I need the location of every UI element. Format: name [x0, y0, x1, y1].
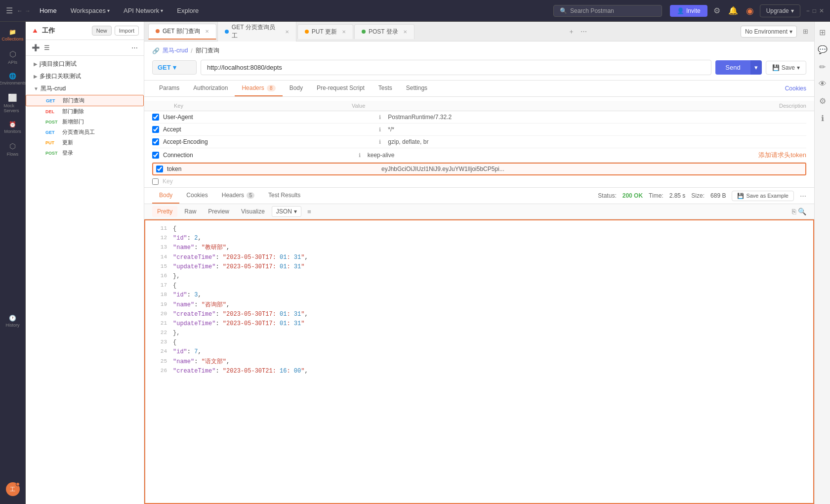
search-response-button[interactable]: 🔍	[798, 208, 806, 215]
req-tab-settings[interactable]: Settings	[399, 81, 434, 96]
new-header-checkbox[interactable]	[152, 178, 159, 185]
workspaces-nav[interactable]: Workspaces ▾	[66, 5, 115, 16]
api-network-nav[interactable]: API Network ▾	[119, 5, 168, 16]
req-tab-body[interactable]: Body	[283, 81, 310, 96]
sidebar-item-environments[interactable]: 🌐 Environments	[2, 70, 24, 88]
right-sidebar-edit-icon[interactable]: ✏	[817, 60, 828, 74]
new-tab-button[interactable]: ＋	[566, 25, 577, 38]
import-button[interactable]: Import	[115, 26, 139, 36]
req-tab-authorization[interactable]: Authorization	[186, 81, 235, 96]
header-checkbox-token[interactable]	[156, 166, 163, 172]
env-settings-icon[interactable]: ⊞	[801, 26, 810, 37]
body-tab-pretty[interactable]: Pretty	[152, 206, 177, 217]
body-tab-raw[interactable]: Raw	[179, 206, 201, 217]
nav-back-icon[interactable]: ←	[17, 7, 23, 14]
save-button[interactable]: 💾 Save ▾	[766, 61, 806, 75]
sub-item-post-adddept[interactable]: POST 新增部门	[26, 117, 144, 127]
copy-response-button[interactable]: ⎘	[792, 208, 796, 215]
nav-forward-icon[interactable]: →	[25, 7, 31, 14]
col-value: Value	[352, 103, 652, 109]
header-value-1: PostmanRuntime/7.32.2	[388, 114, 806, 121]
sub-item-get-deptquery[interactable]: GET 部门查询	[26, 95, 144, 106]
cookies-link[interactable]: Cookies	[785, 81, 806, 96]
save-example-button[interactable]: 💾 Save as Example	[732, 191, 794, 201]
breadcrumb: 🔗 黑马-crud / 部门查询	[152, 46, 806, 55]
sidebar-item-collections[interactable]: 📁 Collections	[2, 26, 24, 44]
req-tab-tests[interactable]: Tests	[372, 81, 399, 96]
tab-close-3[interactable]: ✕	[342, 29, 346, 35]
wrap-lines-icon[interactable]: ≡	[307, 208, 311, 215]
invite-button[interactable]: 👤 Invite	[670, 5, 707, 17]
hamburger-icon[interactable]: ☰	[6, 6, 13, 15]
history-icon: 🕐	[9, 315, 16, 322]
header-checkbox-2[interactable]	[152, 126, 159, 133]
response-more-button[interactable]: ⋯	[800, 192, 806, 200]
tab-close-2[interactable]: ✕	[285, 29, 289, 35]
send-dropdown-button[interactable]: ▾	[750, 60, 762, 75]
settings-icon[interactable]: ⚙	[711, 4, 722, 17]
apis-icon: ⬡	[9, 49, 16, 59]
collection-item-3[interactable]: ▼ 黑马-crud	[26, 83, 144, 95]
req-tab-prerequest[interactable]: Pre-request Script	[310, 81, 372, 96]
sidebar-item-monitors[interactable]: ⏰ Monitors	[2, 118, 24, 137]
req-tabs: Params Authorization Headers 8 Body Pre-…	[144, 81, 814, 97]
sub-item-get-pagequery[interactable]: GET 分页查询员工	[26, 127, 144, 137]
sub-item-put-update[interactable]: PUT 更新	[26, 137, 144, 148]
sidebar-item-mock-servers[interactable]: ⬜ Mock Servers	[2, 90, 24, 116]
sidebar-item-history[interactable]: 🕐 History	[2, 312, 24, 331]
body-tab-preview[interactable]: Preview	[203, 206, 234, 217]
tab-post-login[interactable]: POST 登录 ✕	[354, 24, 415, 39]
new-button[interactable]: New	[92, 26, 112, 36]
resp-tab-cookies[interactable]: Cookies	[179, 188, 214, 204]
req-tab-headers[interactable]: Headers 8	[235, 81, 282, 96]
filter-icon[interactable]: ☰	[43, 43, 51, 52]
format-select[interactable]: JSON ▾	[272, 206, 301, 217]
header-checkbox-4[interactable]	[152, 152, 159, 159]
explore-nav[interactable]: Explore	[172, 5, 204, 16]
method-select[interactable]: GET ▾	[152, 60, 197, 75]
add-collection-button[interactable]: ➕	[31, 43, 41, 52]
header-checkbox-1[interactable]	[152, 114, 159, 121]
right-sidebar-info-icon[interactable]: ℹ	[819, 112, 826, 125]
send-button[interactable]: Send	[715, 60, 750, 75]
maximize-icon[interactable]: □	[813, 7, 816, 14]
tab-put-update[interactable]: PUT 更新 ✕	[297, 24, 353, 39]
upgrade-button[interactable]: Upgrade ▾	[760, 4, 800, 17]
close-icon[interactable]: ✕	[819, 7, 824, 14]
resp-tab-body[interactable]: Body	[152, 188, 179, 204]
new-header-key-placeholder[interactable]: Key	[163, 178, 806, 185]
right-sidebar-settings-icon[interactable]: ⚙	[817, 94, 828, 108]
search-bar[interactable]: 🔍 Search Postman	[553, 5, 662, 17]
breadcrumb-collection[interactable]: 黑马-crud	[163, 46, 188, 55]
minimize-icon[interactable]: −	[806, 7, 810, 14]
tab-get-deptquery[interactable]: GET 部门查询 ✕	[148, 24, 216, 40]
req-tab-params[interactable]: Params	[152, 81, 186, 96]
sub-item-del-deptdelete[interactable]: DEL 部门删除	[26, 106, 144, 117]
save-label: Save	[782, 64, 795, 71]
right-sidebar-save-icon[interactable]: ⊞	[817, 26, 828, 39]
home-nav[interactable]: Home	[35, 5, 62, 16]
sub-item-post-login[interactable]: POST 登录	[26, 148, 144, 158]
tab-close-1[interactable]: ✕	[205, 29, 209, 34]
bell-icon[interactable]: 🔔	[726, 4, 740, 17]
body-tab-visualize[interactable]: Visualize	[236, 206, 270, 217]
avatar-icon[interactable]: ◉	[744, 3, 756, 18]
resp-tab-headers[interactable]: Headers 5	[215, 188, 261, 204]
tab-get-pagequery[interactable]: GET 分页查询员工 ✕	[217, 22, 296, 43]
json-viewer[interactable]: 11{12 "id": 2,13 "name": "教研部",14 "creat…	[144, 219, 814, 504]
collection-item-2[interactable]: ▶ 多接口关联测试	[26, 70, 144, 83]
more-options-icon[interactable]: ⋯	[130, 43, 139, 52]
avatar[interactable]: 工	[6, 482, 20, 496]
more-tabs-button[interactable]: ⋯	[579, 25, 589, 38]
environment-select[interactable]: No Environment ▾	[741, 26, 797, 38]
sidebar-item-apis[interactable]: ⬡ APIs	[2, 46, 24, 68]
url-input[interactable]	[201, 60, 711, 75]
line-number: 17	[149, 281, 167, 290]
right-sidebar-comment-icon[interactable]: 💬	[816, 43, 830, 56]
tab-close-4[interactable]: ✕	[403, 29, 407, 35]
sidebar-item-flows[interactable]: ⬡ Flows	[2, 139, 24, 160]
header-checkbox-3[interactable]	[152, 138, 159, 145]
collection-item-1[interactable]: ▶ j项目接口测试	[26, 58, 144, 70]
resp-tab-test-results[interactable]: Test Results	[261, 188, 307, 204]
right-sidebar-eye-icon[interactable]: 👁	[817, 78, 829, 90]
